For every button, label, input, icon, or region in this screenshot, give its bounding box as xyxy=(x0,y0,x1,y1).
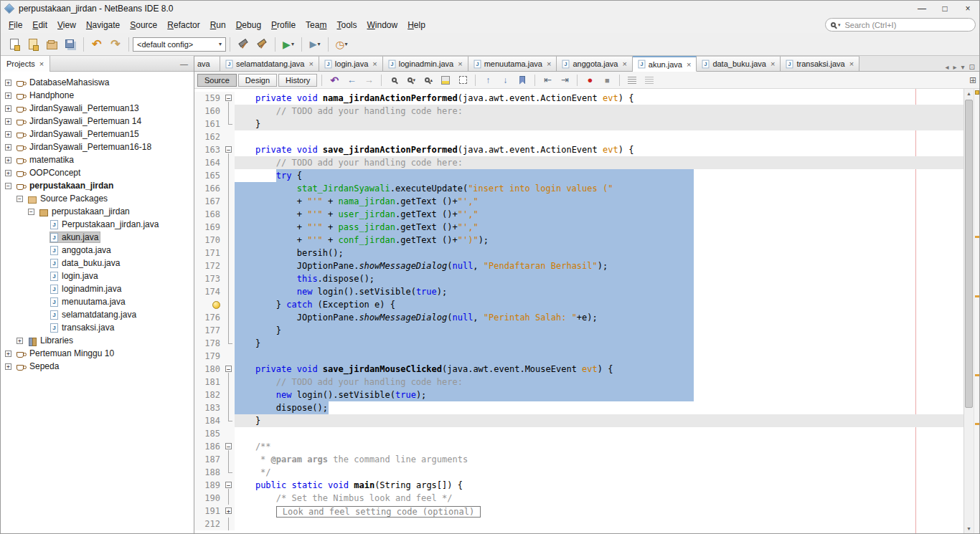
code-line[interactable]: 191+ Look and feel setting code (optiona… xyxy=(194,505,963,518)
menu-profile[interactable]: Profile xyxy=(266,19,301,32)
fold-column[interactable] xyxy=(223,427,235,440)
split-editor-icon[interactable]: ⊞ xyxy=(969,75,976,85)
collapsed-code-box[interactable]: Look and feel setting code (optional) xyxy=(276,506,481,518)
expand-icon[interactable]: + xyxy=(5,351,11,357)
line-number[interactable]: 185 xyxy=(194,427,223,440)
line-number[interactable]: 190 xyxy=(194,492,223,505)
tab-scroll-left-icon[interactable]: ◂ xyxy=(946,63,949,71)
close-button[interactable]: × xyxy=(956,1,979,16)
line-number[interactable]: 177 xyxy=(194,324,223,337)
tree-item-data-buku-java[interactable]: data_buku.java xyxy=(1,257,194,270)
fold-column[interactable] xyxy=(223,169,235,182)
forward-button[interactable]: → xyxy=(361,73,377,87)
projects-tab[interactable]: Projects × xyxy=(1,56,50,72)
menu-team[interactable]: Team xyxy=(301,19,331,32)
code-gutter[interactable]: 168 xyxy=(194,208,235,221)
fold-column[interactable] xyxy=(223,105,235,118)
code-line[interactable]: 166 stat_JirdanSyawali.executeUpdate("in… xyxy=(194,182,963,195)
code-line[interactable]: 168 + "'" + user_jirdan.getText ()+"'," xyxy=(194,208,963,221)
panel-minimize-icon[interactable]: — xyxy=(180,59,188,68)
back-button[interactable]: ← xyxy=(344,73,359,87)
code-line[interactable]: 212 xyxy=(194,518,963,530)
expand-icon[interactable]: + xyxy=(17,338,23,344)
editor-tab-loginadmin-java[interactable]: loginadmin.java× xyxy=(383,56,468,71)
save-all-button[interactable] xyxy=(61,35,80,54)
minimize-button[interactable]: — xyxy=(910,1,933,16)
find-next-button[interactable]: ▾ xyxy=(403,73,419,87)
code-gutter[interactable]: 186− xyxy=(194,440,235,453)
code-gutter[interactable]: 172 xyxy=(194,259,235,272)
tree-item-handphone[interactable]: +Handphone xyxy=(1,89,194,102)
menu-file[interactable]: File xyxy=(4,19,27,32)
code-gutter[interactable]: 160 xyxy=(194,105,235,118)
expand-icon[interactable]: + xyxy=(5,170,11,176)
code-gutter[interactable]: 181 xyxy=(194,376,235,388)
fold-column[interactable]: − xyxy=(223,363,235,376)
code-gutter[interactable]: 212 xyxy=(194,518,235,530)
fold-collapse-icon[interactable]: − xyxy=(225,443,232,449)
tab-close-icon[interactable]: × xyxy=(308,59,313,68)
code-line[interactable]: 184 } xyxy=(194,414,963,427)
fold-column[interactable] xyxy=(223,182,235,195)
code-line[interactable]: 190 /* Set the Nimbus look and feel */ xyxy=(194,492,963,505)
fold-column[interactable] xyxy=(223,298,235,311)
code-line[interactable]: 167 + "'" + nama_jirdan.getText ()+"'," xyxy=(194,195,963,208)
maximize-button[interactable]: □ xyxy=(933,1,956,16)
fold-column[interactable]: − xyxy=(223,440,235,453)
line-number[interactable]: 191 xyxy=(194,505,223,518)
clean-build-project-button[interactable] xyxy=(253,35,271,54)
line-number[interactable]: 165 xyxy=(194,169,223,182)
view-button-design[interactable]: Design xyxy=(238,74,277,87)
menu-view[interactable]: View xyxy=(52,19,81,32)
code-line[interactable]: 179 xyxy=(194,350,963,363)
code-gutter[interactable]: 191+ xyxy=(194,505,235,518)
fold-expand-icon[interactable]: + xyxy=(225,507,232,514)
scroll-up-icon[interactable]: ▲ xyxy=(964,89,974,98)
fold-column[interactable] xyxy=(223,350,235,363)
line-number[interactable]: 181 xyxy=(194,376,223,388)
line-number[interactable]: 170 xyxy=(194,234,223,247)
code-gutter[interactable]: 180− xyxy=(194,363,235,376)
code-line[interactable]: 174 new login().setVisible(true); xyxy=(194,285,963,298)
tree-item-oopconcept[interactable]: +OOPConcept xyxy=(1,166,194,179)
error-stripe-mark[interactable] xyxy=(975,295,979,297)
fold-column[interactable] xyxy=(223,311,235,324)
tree-item-perpustakaan-jirdan-java[interactable]: Perpustakaan_jirdan.java xyxy=(1,218,194,231)
line-number[interactable]: 174 xyxy=(194,285,223,298)
view-button-history[interactable]: History xyxy=(278,74,317,87)
code-gutter[interactable]: 189− xyxy=(194,479,235,492)
comment-button[interactable] xyxy=(624,73,640,87)
new-file-button[interactable] xyxy=(5,35,24,54)
line-number[interactable]: 180 xyxy=(194,363,223,376)
line-number[interactable]: 172 xyxy=(194,259,223,272)
shift-right-button[interactable]: ⇥ xyxy=(557,73,573,87)
config-select[interactable]: <default config>▾ xyxy=(133,37,226,52)
code-line[interactable]: } catch (Exception e) { xyxy=(194,298,963,311)
error-stripe[interactable] xyxy=(974,89,979,533)
tree-item-anggota-java[interactable]: anggota.java xyxy=(1,244,194,257)
run-project-button[interactable]: ▶▾ xyxy=(279,35,298,54)
line-number[interactable]: 189 xyxy=(194,479,223,492)
find-selection-button[interactable] xyxy=(386,73,402,87)
tree-item-selamatdatang-java[interactable]: selamatdatang.java xyxy=(1,308,194,321)
code-line[interactable]: 176 JOptionPane.showMessageDialog(null, … xyxy=(194,311,963,324)
previous-bookmark-button[interactable]: ↑ xyxy=(480,73,496,87)
expand-icon[interactable]: + xyxy=(5,131,11,138)
tree-item-transaksi-java[interactable]: transaksi.java xyxy=(1,321,194,334)
code-gutter[interactable]: 169 xyxy=(194,221,235,234)
fold-column[interactable] xyxy=(223,156,235,169)
collapse-icon[interactable]: − xyxy=(17,196,23,202)
tree-item-sepeda[interactable]: +Sepeda xyxy=(1,360,194,373)
code-line[interactable]: 183 dispose(); xyxy=(194,401,963,414)
code-gutter[interactable]: 162 xyxy=(194,130,235,143)
line-number[interactable]: 182 xyxy=(194,388,223,401)
tree-item-akun-java[interactable]: akun.java xyxy=(1,231,194,244)
fold-column[interactable] xyxy=(223,337,235,350)
tree-item-jirdansyawali-pertemuan15[interactable]: +JirdanSyawali_Pertemuan15 xyxy=(1,128,194,140)
expand-icon[interactable]: + xyxy=(5,80,11,86)
error-stripe-mark[interactable] xyxy=(975,374,979,376)
tree-item-source-packages[interactable]: −Source Packages xyxy=(1,192,194,205)
code-gutter[interactable]: 165 xyxy=(194,169,235,182)
line-number[interactable]: 163 xyxy=(194,143,223,156)
line-number[interactable]: 187 xyxy=(194,453,223,466)
